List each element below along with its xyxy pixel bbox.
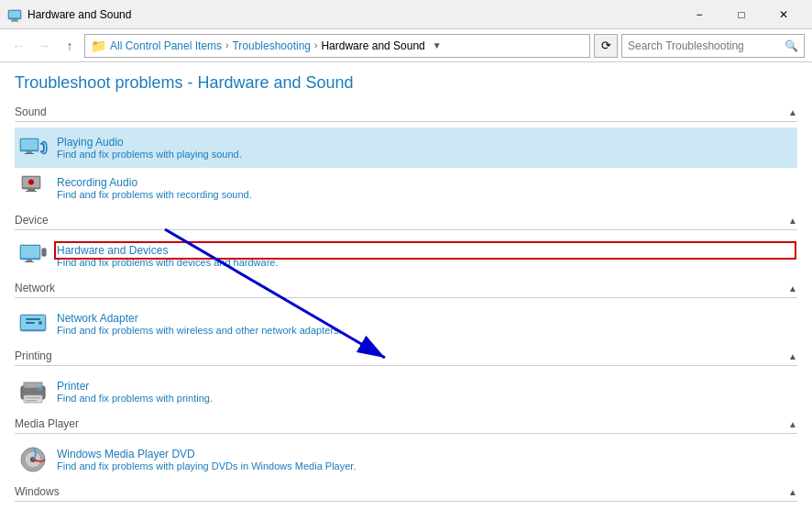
- section-collapse-media-player[interactable]: ▲: [788, 419, 797, 429]
- svg-rect-16: [25, 261, 34, 262]
- hardware-devices-icon: [18, 241, 48, 271]
- svg-rect-24: [26, 322, 35, 324]
- svg-rect-12: [26, 191, 37, 192]
- breadcrumb-item-troubleshooting[interactable]: Troubleshooting: [232, 39, 311, 52]
- list-item-playing-audio[interactable]: Playing Audio Find and fix problems with…: [15, 128, 797, 168]
- close-button[interactable]: ✕: [763, 0, 805, 29]
- network-adapter-text: Network Adapter Find and fix problems wi…: [57, 312, 794, 336]
- printer-text: Printer Find and fix problems with print…: [57, 380, 794, 404]
- list-item-hardware-devices[interactable]: Hardware and Devices Find and fix proble…: [15, 236, 797, 276]
- section-collapse-windows[interactable]: ▲: [788, 487, 797, 497]
- breadcrumb-sep-1: ›: [225, 40, 228, 50]
- section-network: Network ▲ Network Adapter Find and fix p…: [15, 282, 797, 344]
- section-header-media-player: Media Player ▲: [15, 417, 797, 434]
- list-item-printer[interactable]: Printer Find and fix problems with print…: [15, 371, 797, 412]
- section-title-sound: Sound: [15, 105, 47, 118]
- svg-rect-2: [12, 19, 17, 21]
- svg-rect-15: [27, 260, 32, 261]
- breadcrumb-item-current: Hardware and Sound: [321, 39, 424, 52]
- svg-point-25: [38, 321, 42, 325]
- refresh-button[interactable]: ⟳: [594, 34, 618, 58]
- maximize-button[interactable]: □: [720, 0, 763, 29]
- playing-audio-text: Playing Audio Find and fix problems with…: [57, 136, 794, 160]
- playing-audio-desc: Find and fix problems with playing sound…: [57, 149, 794, 160]
- recording-audio-title: Recording Audio: [57, 176, 794, 189]
- search-input[interactable]: [628, 39, 781, 52]
- windows-media-player-dvd-icon: [18, 445, 48, 474]
- breadcrumb-dropdown-icon[interactable]: ▼: [433, 40, 442, 50]
- svg-rect-7: [25, 153, 34, 154]
- svg-rect-19: [43, 252, 45, 253]
- svg-rect-1: [9, 11, 20, 17]
- svg-rect-3: [11, 20, 18, 21]
- app-icon: [7, 7, 22, 22]
- section-collapse-printing[interactable]: ▲: [788, 351, 797, 361]
- svg-rect-14: [21, 246, 39, 258]
- windows-media-player-dvd-text: Windows Media Player DVD Find and fix pr…: [57, 448, 794, 471]
- section-device: Device ▲ Hardware and Devices Find and f: [15, 214, 797, 276]
- section-collapse-sound[interactable]: ▲: [788, 107, 797, 117]
- playing-audio-title: Playing Audio: [57, 136, 794, 149]
- breadcrumb: 📁 All Control Panel Items › Troubleshoot…: [84, 34, 590, 58]
- network-adapter-desc: Find and fix problems with wireless and …: [57, 325, 794, 336]
- breadcrumb-sep-2: ›: [314, 40, 317, 50]
- network-adapter-title: Network Adapter: [57, 312, 794, 325]
- printer-icon: [18, 377, 48, 406]
- breadcrumb-item-all-control-panel[interactable]: All Control Panel Items: [110, 39, 222, 52]
- section-header-network: Network ▲: [15, 282, 797, 298]
- title-bar: Hardware and Sound − □ ✕: [0, 0, 812, 29]
- section-title-network: Network: [15, 282, 55, 294]
- title-text: Hardware and Sound: [27, 8, 131, 21]
- svg-rect-29: [26, 397, 40, 399]
- address-bar: ← → ↑ 📁 All Control Panel Items › Troubl…: [0, 29, 812, 62]
- section-header-printing: Printing ▲: [15, 349, 797, 366]
- minimize-button[interactable]: −: [678, 0, 720, 29]
- title-bar-left: Hardware and Sound: [7, 7, 131, 22]
- section-collapse-device[interactable]: ▲: [788, 216, 797, 226]
- svg-rect-11: [27, 189, 35, 191]
- list-item-recording-audio[interactable]: Recording Audio Find and fix problems wi…: [15, 168, 797, 208]
- svg-point-31: [38, 387, 42, 391]
- printer-title: Printer: [57, 380, 794, 393]
- section-title-device: Device: [15, 214, 49, 227]
- section-collapse-network[interactable]: ▲: [788, 283, 797, 294]
- list-item-network-adapter[interactable]: Network Adapter Find and fix problems wi…: [15, 304, 797, 344]
- recording-audio-text: Recording Audio Find and fix problems wi…: [57, 176, 794, 200]
- section-header-windows: Windows ▲: [15, 485, 797, 502]
- forward-button[interactable]: →: [33, 35, 55, 57]
- svg-rect-27: [24, 382, 42, 388]
- section-printing: Printing ▲ Printer Find and fix problems…: [15, 349, 797, 412]
- hardware-devices-desc: Find and fix problems with devices and h…: [57, 257, 794, 268]
- svg-rect-18: [43, 250, 45, 251]
- hardware-devices-title: Hardware and Devices: [57, 244, 794, 257]
- section-title-windows: Windows: [15, 485, 60, 498]
- back-button[interactable]: ←: [7, 35, 29, 57]
- svg-rect-30: [26, 400, 37, 402]
- printer-desc: Find and fix problems with printing.: [57, 393, 794, 404]
- list-item-windows-media-player-dvd[interactable]: Windows Media Player DVD Find and fix pr…: [15, 439, 797, 480]
- section-title-media-player: Media Player: [15, 417, 79, 430]
- section-title-printing: Printing: [15, 349, 52, 362]
- svg-rect-5: [21, 139, 38, 150]
- main-content: Troubleshoot problems - Hardware and Sou…: [0, 62, 812, 510]
- page-title: Troubleshoot problems - Hardware and Sou…: [15, 73, 797, 93]
- recording-audio-icon: [18, 173, 48, 203]
- folder-icon: 📁: [91, 39, 106, 53]
- svg-rect-23: [26, 318, 40, 320]
- windows-media-player-dvd-desc: Find and fix problems with playing DVDs …: [57, 460, 794, 471]
- recording-audio-desc: Find and fix problems with recording sou…: [57, 189, 794, 200]
- windows-media-player-dvd-title: Windows Media Player DVD: [57, 448, 794, 460]
- section-media-player: Media Player ▲ Windows Media Player DVD …: [15, 417, 797, 480]
- svg-rect-6: [27, 151, 32, 153]
- playing-audio-icon: [18, 133, 48, 162]
- svg-rect-28: [24, 395, 42, 403]
- search-box: 🔍: [621, 34, 805, 58]
- section-windows: Windows ▲ Windows Store Apps Troubleshoo…: [15, 485, 797, 510]
- title-bar-controls: − □ ✕: [678, 0, 805, 29]
- search-icon[interactable]: 🔍: [785, 39, 798, 52]
- section-header-sound: Sound ▲: [15, 105, 797, 122]
- up-button[interactable]: ↑: [59, 35, 81, 57]
- section-sound: Sound ▲ Playing Audio Find and fix probl…: [15, 105, 797, 208]
- svg-rect-20: [43, 254, 45, 255]
- hardware-devices-text: Hardware and Devices Find and fix proble…: [57, 244, 794, 268]
